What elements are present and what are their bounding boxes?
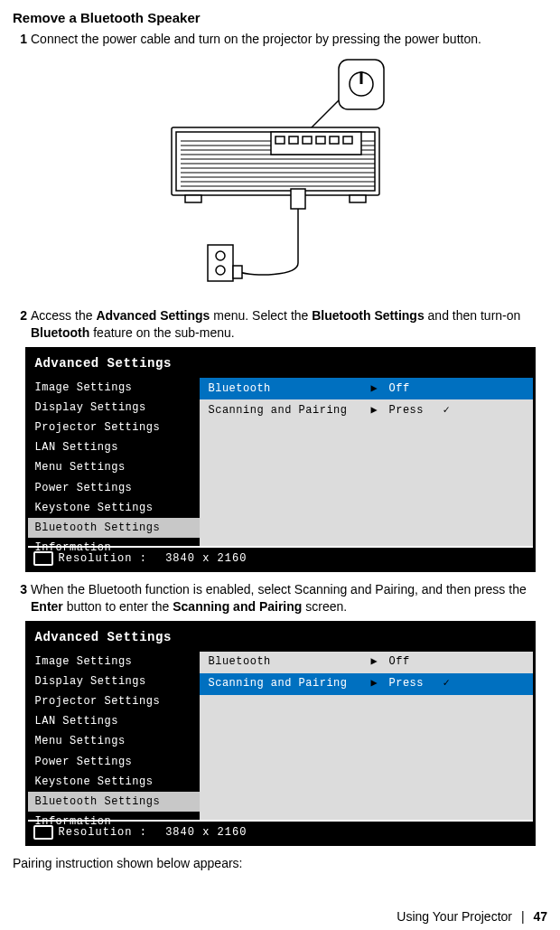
menu-item[interactable]: Keystone Settings [28, 498, 200, 518]
resolution-label: Resolution : [59, 551, 147, 566]
menu-item[interactable]: Menu Settings [28, 457, 200, 477]
step-number: 2 [13, 307, 27, 342]
resolution-label: Resolution : [59, 825, 147, 840]
menu-item[interactable]: LAN Settings [28, 711, 200, 731]
menu-item[interactable]: Power Settings [28, 752, 200, 772]
svg-rect-0 [339, 60, 384, 109]
menu-item[interactable]: Menu Settings [28, 731, 200, 751]
footer-page-number: 47 [533, 909, 547, 924]
submenu-row-scanning[interactable]: Scanning and Pairing ▶ Press ✓ [200, 673, 533, 695]
svg-rect-25 [291, 189, 305, 209]
row-value: Off [389, 381, 443, 396]
section-heading: Remove a Bluetooth Speaker [13, 9, 547, 27]
menu-item[interactable]: Power Settings [28, 478, 200, 498]
chevron-right-icon: ▶ [371, 676, 389, 690]
svg-rect-24 [350, 195, 366, 202]
submenu-row-scanning[interactable]: Scanning and Pairing ▶ Press ✓ [200, 399, 533, 421]
row-value: Press [389, 403, 443, 418]
menu-item[interactable]: Image Settings [28, 378, 200, 398]
menu-right-pane: Bluetooth ▶ Off Scanning and Pairing ▶ P… [200, 652, 533, 820]
row-value: Press [389, 676, 443, 690]
menu-title: Advanced Settings [28, 350, 533, 378]
submenu-row-bluetooth[interactable]: Bluetooth ▶ Off [200, 652, 533, 673]
svg-rect-29 [233, 266, 242, 278]
menu-right-pane: Bluetooth ▶ Off Scanning and Pairing ▶ P… [200, 378, 533, 546]
menu-left-column: Image Settings Display Settings Projecto… [28, 652, 200, 820]
menu-item[interactable]: Projector Settings [28, 691, 200, 711]
footer-separator: | [521, 909, 525, 924]
check-icon: ✓ [443, 676, 462, 690]
menu-left-column: Image Settings Display Settings Projecto… [28, 378, 200, 546]
monitor-icon [33, 825, 53, 840]
chevron-right-icon: ▶ [371, 654, 389, 669]
submenu-row-bluetooth[interactable]: Bluetooth ▶ Off [200, 378, 533, 399]
menu-screenshot-2: Advanced Settings Image Settings Display… [25, 621, 536, 846]
menu-screenshot-1: Advanced Settings Image Settings Display… [25, 347, 536, 572]
footer-section: Using Your Projector [397, 909, 512, 924]
row-label: Bluetooth [209, 381, 371, 396]
menu-item-selected[interactable]: Bluetooth Settings [28, 792, 200, 812]
menu-item[interactable]: Projector Settings [28, 418, 200, 437]
svg-rect-23 [185, 195, 201, 202]
resolution-value: 3840 x 2160 [165, 825, 247, 840]
projector-power-figure [13, 55, 547, 295]
menu-item[interactable]: Display Settings [28, 672, 200, 691]
row-label: Bluetooth [209, 654, 371, 669]
resolution-value: 3840 x 2160 [165, 551, 247, 566]
step-text: When the Bluetooth function is enabled, … [31, 581, 547, 615]
page-footer: Using Your Projector | 47 [13, 908, 547, 925]
svg-rect-26 [208, 245, 233, 281]
step-3: 3 When the Bluetooth function is enabled… [13, 581, 547, 615]
row-label: Scanning and Pairing [209, 403, 371, 418]
menu-item-selected[interactable]: Bluetooth Settings [28, 518, 200, 538]
chevron-right-icon: ▶ [371, 381, 389, 396]
step-number: 3 [13, 581, 27, 615]
menu-item[interactable]: Keystone Settings [28, 772, 200, 792]
chevron-right-icon: ▶ [371, 403, 389, 418]
step-number: 1 [13, 31, 27, 48]
monitor-icon [33, 551, 53, 566]
menu-title: Advanced Settings [28, 624, 533, 652]
step-2: 2 Access the Advanced Settings menu. Sel… [13, 307, 547, 342]
step-text: Access the Advanced Settings menu. Selec… [31, 307, 547, 342]
check-icon: ✓ [443, 403, 462, 418]
row-label: Scanning and Pairing [209, 676, 371, 690]
menu-item[interactable]: Display Settings [28, 398, 200, 418]
step-1: 1 Connect the power cable and turn on th… [13, 31, 547, 48]
menu-item[interactable]: LAN Settings [28, 437, 200, 457]
step-text: Connect the power cable and turn on the … [31, 31, 547, 48]
pairing-note: Pairing instruction shown below appears: [13, 855, 547, 872]
menu-item[interactable]: Image Settings [28, 652, 200, 672]
row-value: Off [389, 654, 443, 669]
